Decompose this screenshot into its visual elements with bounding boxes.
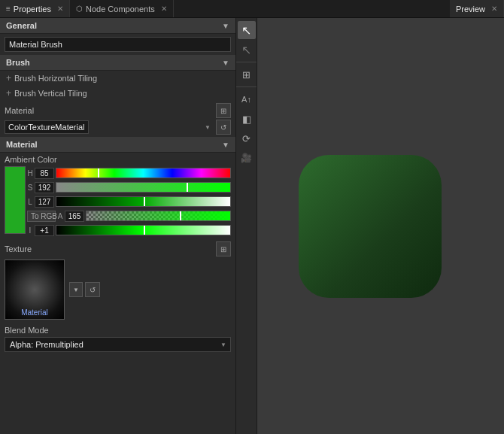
texture-thumb-label: Material bbox=[21, 308, 48, 317]
slider-s-thumb bbox=[187, 183, 188, 192]
general-section-label: General bbox=[6, 21, 37, 30]
tool-text[interactable]: A↑ bbox=[238, 90, 256, 108]
slider-l-thumb bbox=[144, 197, 145, 206]
tab-preview[interactable]: Preview ✕ bbox=[450, 0, 504, 17]
main-layout: General ▼ Brush ▼ + Brush Horizontal Til… bbox=[0, 18, 504, 434]
properties-tab-label: Properties bbox=[14, 5, 51, 14]
slider-row-s: S bbox=[27, 181, 231, 194]
node-components-tab-icon: ⬡ bbox=[76, 5, 83, 13]
texture-dropdown-icon[interactable]: ▼ bbox=[69, 282, 83, 297]
preview-tab-close[interactable]: ✕ bbox=[491, 5, 497, 13]
node-components-tab-label: Node Components bbox=[86, 5, 155, 14]
material-select-wrapper: ColorTextureMaterial bbox=[5, 120, 214, 134]
preview-panel: ↖ ↖ ⊞ A↑ ◧ ⟳ 🎥 bbox=[236, 18, 504, 434]
texture-reset-icon[interactable]: ↺ bbox=[85, 282, 100, 297]
name-row bbox=[0, 34, 235, 55]
tab-node-components[interactable]: ⬡ Node Components ✕ bbox=[70, 0, 174, 17]
slider-row-i: I bbox=[27, 223, 231, 237]
slider-s-input[interactable] bbox=[35, 182, 54, 193]
slider-h-thumb bbox=[98, 168, 99, 178]
preview-shape bbox=[299, 155, 442, 298]
preview-tab-label: Preview bbox=[456, 5, 485, 14]
material-row: Material ⊞ ColorTextureMaterial ↺ bbox=[0, 101, 235, 137]
ambient-color-label: Ambient Color bbox=[0, 153, 235, 166]
texture-section: Texture ⊞ Material ▼ ↺ bbox=[0, 238, 235, 323]
node-components-tab-close[interactable]: ✕ bbox=[161, 5, 167, 13]
slider-a-input[interactable] bbox=[65, 211, 84, 222]
texture-grid-icon[interactable]: ⊞ bbox=[216, 241, 231, 256]
properties-tab-close[interactable]: ✕ bbox=[57, 5, 63, 13]
tool-camera[interactable]: 🎥 bbox=[238, 149, 256, 167]
material-section-label: Material bbox=[6, 140, 38, 149]
slider-h-input[interactable] bbox=[35, 168, 54, 179]
toolbar-divider-1 bbox=[236, 62, 257, 62]
blend-section: Blend Mode Alpha: Premultiplied bbox=[0, 323, 235, 355]
tab-bar: ≡ Properties ✕ ⬡ Node Components ✕ Previ… bbox=[0, 0, 504, 18]
slider-a-thumb bbox=[180, 211, 181, 220]
slider-h-label: H bbox=[27, 169, 33, 178]
general-section-header: General ▼ bbox=[0, 18, 235, 34]
slider-s-track[interactable] bbox=[56, 182, 231, 193]
brush-horizontal-label: Brush Horizontal Tiling bbox=[14, 74, 97, 83]
plus-icon-horizontal: + bbox=[6, 73, 11, 83]
brush-section-header: Brush ▼ bbox=[0, 55, 235, 71]
to-rgb-button[interactable]: To RGB bbox=[27, 211, 56, 222]
blend-select-wrapper: Alpha: Premultiplied bbox=[5, 337, 231, 352]
brush-chevron-icon: ▼ bbox=[222, 59, 229, 67]
brush-vertical-item[interactable]: + Brush Vertical Tiling bbox=[0, 86, 235, 101]
slider-l-track[interactable] bbox=[56, 196, 231, 207]
slider-s-label: S bbox=[27, 184, 33, 192]
properties-panel: General ▼ Brush ▼ + Brush Horizontal Til… bbox=[0, 18, 236, 434]
slider-row-l: L bbox=[27, 195, 231, 208]
slider-h-track[interactable] bbox=[56, 168, 231, 178]
texture-thumbnail[interactable]: Material bbox=[5, 259, 65, 320]
blend-select[interactable]: Alpha: Premultiplied bbox=[5, 337, 231, 352]
material-section-header: Material ▼ bbox=[0, 137, 235, 153]
texture-ctrl-row: ▼ ↺ bbox=[69, 282, 100, 297]
material-select-row: ColorTextureMaterial ↺ bbox=[5, 120, 231, 135]
properties-tab-icon: ≡ bbox=[6, 5, 11, 13]
toolbar-divider-2 bbox=[236, 86, 257, 87]
name-input[interactable] bbox=[5, 37, 231, 52]
slider-row-a: To RGB A bbox=[27, 209, 231, 223]
tool-cursor-select[interactable]: ↖ bbox=[238, 41, 256, 59]
tool-grid[interactable]: ⊞ bbox=[238, 65, 256, 83]
material-grid-icon[interactable]: ⊞ bbox=[216, 103, 231, 118]
brush-horizontal-item[interactable]: + Brush Horizontal Tiling bbox=[0, 71, 235, 86]
color-sliders: H S L bbox=[0, 166, 235, 237]
slider-a-track[interactable] bbox=[86, 211, 231, 221]
tool-cursor-move[interactable]: ↖ bbox=[238, 21, 256, 39]
brush-section-label: Brush bbox=[6, 58, 30, 67]
brush-vertical-label: Brush Vertical Tiling bbox=[14, 89, 87, 98]
plus-icon-vertical: + bbox=[6, 88, 11, 99]
texture-controls: ▼ ↺ bbox=[69, 282, 100, 297]
slider-i-input[interactable] bbox=[35, 225, 54, 236]
slider-i-track[interactable] bbox=[56, 225, 231, 235]
tool-refresh[interactable]: ⟳ bbox=[238, 129, 256, 147]
tab-properties[interactable]: ≡ Properties ✕ bbox=[0, 0, 70, 17]
texture-header: Texture ⊞ bbox=[5, 241, 231, 256]
material-reset-icon[interactable]: ↺ bbox=[216, 120, 231, 135]
texture-label: Texture bbox=[5, 244, 32, 253]
slider-i-label: I bbox=[27, 226, 33, 235]
general-chevron-icon: ▼ bbox=[222, 22, 229, 30]
sliders-area: H S L bbox=[27, 166, 231, 237]
tool-layers[interactable]: ◧ bbox=[238, 110, 256, 128]
color-swatch[interactable] bbox=[5, 166, 26, 234]
preview-toolbar: ↖ ↖ ⊞ A↑ ◧ ⟳ 🎥 bbox=[236, 18, 257, 434]
slider-row-h: H bbox=[27, 166, 231, 180]
slider-l-input[interactable] bbox=[35, 196, 54, 208]
slider-a-label: A bbox=[57, 212, 63, 220]
material-chevron-icon: ▼ bbox=[222, 141, 229, 149]
blend-label: Blend Mode bbox=[5, 326, 231, 335]
slider-l-label: L bbox=[27, 198, 33, 206]
preview-content bbox=[236, 18, 504, 434]
material-select[interactable]: ColorTextureMaterial bbox=[5, 120, 89, 134]
texture-content: Material ▼ ↺ bbox=[5, 259, 231, 320]
material-label: Material ⊞ bbox=[5, 103, 231, 118]
slider-i-thumb bbox=[144, 226, 145, 235]
